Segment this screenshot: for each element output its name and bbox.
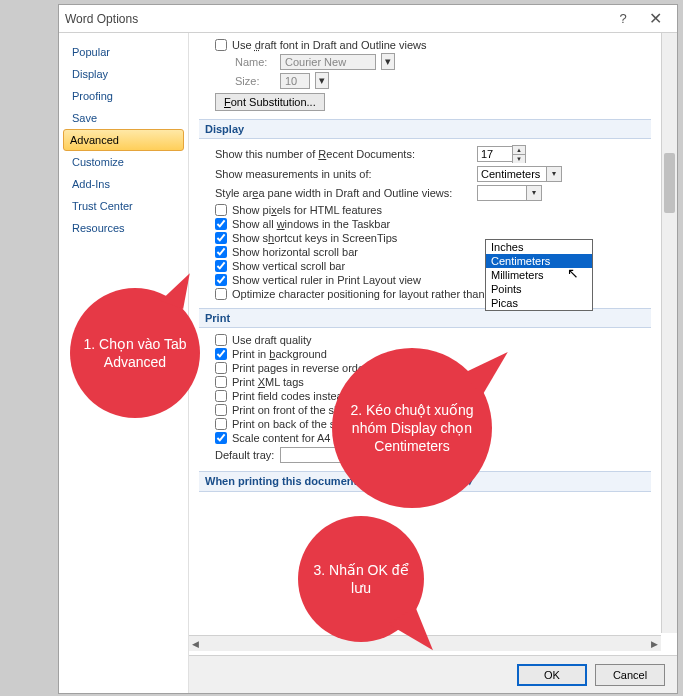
display-section-header: Display [199, 119, 651, 139]
vertical-scrollbar[interactable] [661, 33, 677, 633]
style-pane-label: Style area pane width in Draft and Outli… [215, 187, 455, 199]
close-button[interactable]: ✕ [639, 8, 671, 30]
option-points[interactable]: Points [486, 282, 592, 296]
units-combo[interactable] [477, 166, 547, 182]
units-dropdown-button[interactable]: ▾ [546, 166, 562, 182]
cancel-button[interactable]: Cancel [595, 664, 665, 686]
sidebar-item-proofing[interactable]: Proofing [59, 85, 188, 107]
draft-font-label: Use draft font in Draft and Outline view… [232, 39, 426, 51]
font-size-dropdown-icon[interactable]: ▾ [315, 72, 329, 89]
style-pane-input[interactable] [477, 185, 527, 201]
print-background-checkbox[interactable] [215, 348, 227, 360]
shortcut-label: Show shortcut keys in ScreenTips [232, 232, 397, 244]
draft-quality-checkbox[interactable] [215, 334, 227, 346]
ok-button[interactable]: OK [517, 664, 587, 686]
pixels-checkbox[interactable] [215, 204, 227, 216]
print-background-label: Print in background [232, 348, 327, 360]
print-reverse-checkbox[interactable] [215, 362, 227, 374]
windows-label: Show all windows in the Taskbar [232, 218, 390, 230]
font-name-select[interactable]: Courier New [280, 54, 376, 70]
sidebar-item-save[interactable]: Save [59, 107, 188, 129]
callout-1: 1. Chọn vào Tab Advanced [70, 288, 200, 418]
option-picas[interactable]: Picas [486, 296, 592, 310]
hscroll-label: Show horizontal scroll bar [232, 246, 358, 258]
windows-checkbox[interactable] [215, 218, 227, 230]
recent-docs-input[interactable] [477, 146, 513, 162]
sidebar-item-customize[interactable]: Customize [59, 151, 188, 173]
sidebar-item-resources[interactable]: Resources [59, 217, 188, 239]
vscroll-label: Show vertical scroll bar [232, 260, 345, 272]
option-inches[interactable]: Inches [486, 240, 592, 254]
help-button[interactable]: ? [607, 8, 639, 30]
font-name-label: Name: [235, 56, 275, 68]
sidebar-item-popular[interactable]: Popular [59, 41, 188, 63]
shortcut-checkbox[interactable] [215, 232, 227, 244]
default-tray-label: Default tray: [215, 449, 274, 461]
font-name-dropdown-icon[interactable]: ▾ [381, 53, 395, 70]
recent-docs-spinner[interactable]: ▲▼ [512, 145, 526, 163]
optimize-checkbox[interactable] [215, 288, 227, 300]
sidebar-item-trustcenter[interactable]: Trust Center [59, 195, 188, 217]
print-scale-checkbox[interactable] [215, 432, 227, 444]
font-size-label: Size: [235, 75, 275, 87]
vruler-checkbox[interactable] [215, 274, 227, 286]
dialog-footer: OK Cancel [189, 655, 677, 693]
print-back-checkbox[interactable] [215, 418, 227, 430]
sidebar-item-advanced[interactable]: Advanced [63, 129, 184, 151]
font-substitution-button[interactable]: Font Substitution... [215, 93, 325, 111]
pixels-label: Show pixels for HTML features [232, 204, 382, 216]
units-label: Show measurements in units of: [215, 168, 455, 180]
draft-quality-label: Use draft quality [232, 334, 311, 346]
font-size-select[interactable]: 10 [280, 73, 310, 89]
cursor-icon: ↖ [567, 265, 579, 281]
print-xml-label: Print XML tags [232, 376, 304, 388]
callout-3: 3. Nhấn OK để lưu [298, 516, 424, 642]
print-field-checkbox[interactable] [215, 390, 227, 402]
print-section-header: Print [199, 308, 651, 328]
sidebar-item-display[interactable]: Display [59, 63, 188, 85]
vscroll-checkbox[interactable] [215, 260, 227, 272]
sidebar-item-addins[interactable]: Add-Ins [59, 173, 188, 195]
titlebar: Word Options ? ✕ [59, 5, 677, 33]
recent-docs-label: Show this number of Recent Documents: [215, 148, 455, 160]
print-xml-checkbox[interactable] [215, 376, 227, 388]
callout-2: 2. Kéo chuột xuống nhóm Display chọn Cen… [332, 348, 492, 508]
window-title: Word Options [65, 12, 607, 26]
draft-font-checkbox[interactable] [215, 39, 227, 51]
vruler-label: Show vertical ruler in Print Layout view [232, 274, 421, 286]
print-front-checkbox[interactable] [215, 404, 227, 416]
hscroll-checkbox[interactable] [215, 246, 227, 258]
